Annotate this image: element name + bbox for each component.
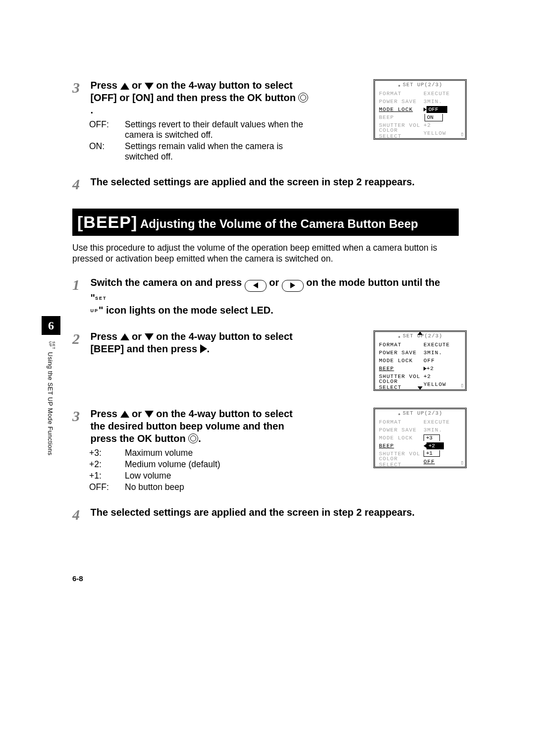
beep-step-2: 2 Press or on the 4-way button to select… xyxy=(72,330,459,394)
up-triangle-icon xyxy=(120,411,129,418)
lcd-screenshot-beep-select: ✦SET UP(2/3) FORMATEXECUTE POWER SAVE3MI… xyxy=(374,330,467,391)
step-text: Switch the camera on and press or on the… xyxy=(90,276,446,317)
section-heading-beep: [BEEP] Adjusting the Volume of the Camer… xyxy=(72,209,459,236)
chapter-tab: 6 xyxy=(42,316,60,335)
def-val: No button beep xyxy=(125,482,442,492)
modelock-step-3: 3 Press or on the 4-way button to select… xyxy=(72,79,459,162)
ok-button-icon xyxy=(188,433,198,443)
down-triangle-icon xyxy=(145,83,154,90)
step-text: The selected settings are applied and th… xyxy=(90,506,446,519)
mode-left-button-icon xyxy=(245,280,267,292)
def-key: +1: xyxy=(89,471,125,481)
step-text: Press or on the 4-way button to select [… xyxy=(90,79,308,116)
lcd-down-arrow-icon xyxy=(418,386,423,390)
step-number: 2 xyxy=(72,330,88,347)
def-key: ON: xyxy=(89,141,125,162)
step-number: 3 xyxy=(72,408,88,425)
mode-right-button-icon xyxy=(282,280,304,292)
step-text: Press or on the 4-way button to select [… xyxy=(90,330,308,355)
beep-step-4: 4 The selected settings are applied and … xyxy=(72,506,459,523)
memory-card-icon: ▯ xyxy=(460,131,464,137)
modelock-step-4: 4 The selected settings are applied and … xyxy=(72,176,459,193)
section-intro: Use this procedure to adjust the volume … xyxy=(72,243,459,265)
step-text: Press or on the 4-way button to select t… xyxy=(90,408,308,445)
step-number: 4 xyxy=(72,506,88,523)
def-key: OFF: xyxy=(89,119,125,140)
memory-card-icon: ▯ xyxy=(460,382,464,388)
beep-step-3: 3 Press or on the 4-way button to select… xyxy=(72,408,459,492)
lcd-up-arrow-icon xyxy=(418,331,423,335)
memory-card-icon: ▯ xyxy=(460,459,464,466)
def-key: OFF: xyxy=(89,482,125,492)
right-triangle-icon xyxy=(200,344,207,353)
step-number: 3 xyxy=(72,79,88,96)
def-val: Low volume xyxy=(125,471,442,481)
up-triangle-icon xyxy=(120,83,129,90)
step-number: 1 xyxy=(72,276,88,293)
side-vertical-text: SETUP Using the SET UP Mode Functions xyxy=(47,342,55,456)
lcd-screenshot-modelock: ✦SET UP(2/3) FORMATEXECUTE POWER SAVE3MI… xyxy=(374,79,467,140)
page: 6 SETUP Using the SET UP Mode Functions … xyxy=(0,0,535,756)
lcd-screenshot-beep-volume: ✦SET UP(2/3) FORMATEXECUTE POWER SAVE3MI… xyxy=(374,408,467,468)
up-triangle-icon xyxy=(120,333,129,340)
def-val: Settings revert to their default values … xyxy=(125,119,308,140)
def-val: Settings remain valid when the camera is… xyxy=(125,141,308,162)
down-triangle-icon xyxy=(145,411,154,418)
ok-button-icon xyxy=(298,93,308,103)
page-number: 6-8 xyxy=(72,574,83,583)
def-key: +2: xyxy=(89,459,125,470)
step-number: 4 xyxy=(72,176,88,193)
def-key: +3: xyxy=(89,448,125,458)
step-text: The selected settings are applied and th… xyxy=(90,176,446,188)
down-triangle-icon xyxy=(145,333,154,340)
beep-step-1: 1 Switch the camera on and press or on t… xyxy=(72,276,459,317)
